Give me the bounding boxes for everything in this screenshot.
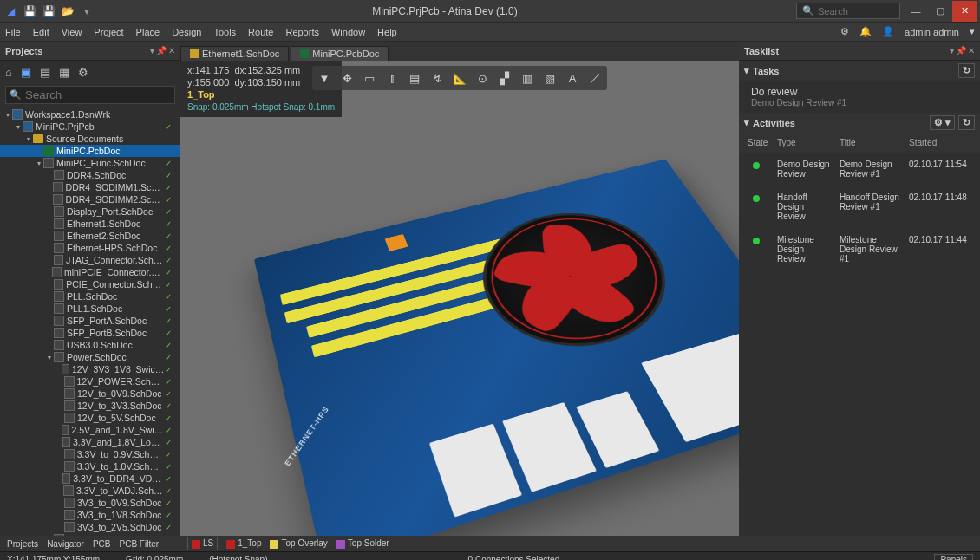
- dropdown-icon[interactable]: ▾: [150, 46, 154, 55]
- tree-item[interactable]: PLL.SchDoc✓: [0, 290, 180, 303]
- tree-item[interactable]: ▾MiniPC_Func.SchDoc✓: [0, 157, 180, 169]
- task-item[interactable]: Do review Demo Design Review #1: [739, 81, 980, 113]
- pcb-3d-view[interactable]: ETHERNET-HPS: [180, 61, 739, 536]
- settings-icon[interactable]: ⚙: [840, 26, 849, 37]
- projects-search-input[interactable]: [25, 88, 164, 101]
- bottom-tab[interactable]: PCB: [93, 539, 111, 549]
- activity-settings-button[interactable]: ⚙ ▾: [930, 115, 955, 130]
- tree-item[interactable]: 3.3V_to_0.9V.SchDoc✓: [0, 448, 180, 460]
- tree-item[interactable]: MiniPC.PcbDoc: [0, 145, 180, 157]
- tree-item[interactable]: ▾Power.SchDoc✓: [0, 351, 180, 363]
- tree-item[interactable]: ▾MiniPC.PrjPcb✓: [0, 120, 180, 133]
- global-search[interactable]: 🔍: [796, 3, 900, 19]
- maximize-button[interactable]: ▢: [928, 1, 952, 22]
- save-icon[interactable]: 💾: [23, 4, 36, 18]
- dropdown-icon[interactable]: ▾: [80, 4, 94, 18]
- tree-item[interactable]: SFP_PortA.SchDoc✓: [0, 315, 180, 327]
- menu-route[interactable]: Route: [248, 27, 273, 37]
- tree-item[interactable]: JTAG_Connector.SchDoc✓: [0, 254, 180, 266]
- move-icon[interactable]: ✥: [337, 68, 356, 88]
- projects-search[interactable]: 🔍: [5, 86, 175, 104]
- menu-tools[interactable]: Tools: [213, 27, 236, 37]
- layer-tab[interactable]: 1_Top: [226, 538, 261, 548]
- dropdown-icon[interactable]: ▾: [950, 46, 954, 55]
- expand-icon[interactable]: ▾: [24, 135, 33, 143]
- layer-tab[interactable]: Top Solder: [336, 538, 389, 548]
- tree-item[interactable]: 3.3V_to_1.0V.SchDoc✓: [0, 460, 180, 472]
- tree-item[interactable]: 3.3V_to_DDR4_VDD.SchDoc✓: [0, 472, 180, 485]
- layers-icon[interactable]: ▤: [405, 68, 424, 88]
- tree-item[interactable]: 3V3_to_2V5.SchDoc✓: [0, 521, 180, 533]
- graph-icon[interactable]: ▞: [495, 68, 514, 88]
- tree-item[interactable]: Ethernet-HPS.SchDoc✓: [0, 242, 180, 254]
- user-icon[interactable]: 👤: [882, 26, 894, 37]
- text-icon[interactable]: A: [563, 68, 582, 88]
- new-project-icon[interactable]: ▣: [21, 66, 31, 79]
- pin-icon[interactable]: 📌: [156, 46, 167, 55]
- compile-icon[interactable]: ▤: [40, 66, 50, 79]
- global-search-input[interactable]: [818, 6, 896, 16]
- chart-icon[interactable]: ▥: [518, 68, 537, 88]
- tree-item[interactable]: Ethernet1.SchDoc✓: [0, 218, 180, 230]
- measure-icon[interactable]: 📐: [450, 68, 469, 88]
- table-row[interactable]: Milestone Design ReviewMilestone Design …: [739, 228, 980, 270]
- tree-item[interactable]: Ethernet2.SchDoc✓: [0, 230, 180, 242]
- gear-icon[interactable]: ⚙: [78, 66, 88, 79]
- document-tab[interactable]: MiniPC.PcbDoc: [291, 46, 389, 61]
- document-tab[interactable]: Ethernet1.SchDoc: [180, 46, 289, 61]
- menu-design[interactable]: Design: [172, 27, 201, 37]
- activity-refresh-button[interactable]: ↻: [958, 115, 975, 130]
- table-row[interactable]: Demo Design ReviewDemo Design Review #10…: [739, 153, 980, 186]
- tree-item[interactable]: ▾Source Documents: [0, 133, 180, 145]
- menu-window[interactable]: Window: [331, 27, 365, 37]
- route-icon[interactable]: ↯: [428, 68, 447, 88]
- tree-item[interactable]: DDR4_SODIMM2.SchDoc✓: [0, 193, 180, 205]
- panel-close-icon[interactable]: ✕: [168, 46, 175, 55]
- tree-item[interactable]: SFP_PortB.SchDoc✓: [0, 327, 180, 339]
- align-icon[interactable]: ⫿: [382, 68, 402, 88]
- save-all-icon[interactable]: 💾: [42, 4, 56, 18]
- drill-icon[interactable]: ⊙: [473, 68, 492, 88]
- tree-item[interactable]: Display_Port.SchDoc✓: [0, 205, 180, 218]
- bottom-tab[interactable]: Navigator: [47, 539, 84, 549]
- menu-view[interactable]: View: [62, 27, 82, 37]
- home-icon[interactable]: ⌂: [5, 66, 12, 79]
- layer-set-button[interactable]: LS: [187, 537, 218, 550]
- user-dropdown-icon[interactable]: ▾: [970, 26, 975, 37]
- expand-icon[interactable]: ▾: [35, 160, 43, 167]
- collapse-icon[interactable]: ▾: [744, 117, 749, 128]
- tree-item[interactable]: DDR4_SODIMM1.SchDoc✓: [0, 181, 180, 193]
- tree-item[interactable]: 12V_to_5V.SchDoc✓: [0, 412, 180, 424]
- tree-item[interactable]: USB3.0.SchDoc✓: [0, 339, 180, 351]
- tree-item[interactable]: 12V_to_0V9.SchDoc✓: [0, 387, 180, 400]
- bottom-tab[interactable]: Projects: [7, 539, 38, 549]
- panel-close-icon[interactable]: ✕: [968, 46, 975, 55]
- expand-icon[interactable]: ▾: [14, 123, 23, 131]
- collapse-icon[interactable]: ▾: [744, 65, 749, 76]
- close-button[interactable]: ✕: [952, 1, 977, 22]
- expand-icon[interactable]: ▾: [45, 354, 54, 361]
- tree-item[interactable]: 3.3V_to_VADJ.SchDoc✓: [0, 485, 180, 497]
- menu-file[interactable]: File: [5, 27, 21, 37]
- pin-icon[interactable]: 📌: [956, 46, 966, 55]
- bottom-tab[interactable]: PCB Filter: [120, 539, 160, 549]
- tree-item[interactable]: miniPCIE_Connector.SchDoc✓: [0, 266, 180, 278]
- add-icon[interactable]: ▦: [59, 66, 69, 79]
- table-row[interactable]: Handoff Design ReviewHandoff Design Revi…: [739, 186, 980, 228]
- refresh-button[interactable]: ↻: [958, 63, 975, 78]
- tree-item[interactable]: 3.3V_and_1.8V_Load.SchDoc✓: [0, 436, 180, 448]
- menu-help[interactable]: Help: [377, 27, 397, 37]
- notifications-icon[interactable]: 🔔: [859, 26, 872, 37]
- menu-edit[interactable]: Edit: [33, 27, 49, 37]
- tree-item[interactable]: ▾Workspace1.DsnWrk: [0, 108, 180, 120]
- tree-item[interactable]: 12V_to_3V3.SchDoc✓: [0, 400, 180, 412]
- menu-place[interactable]: Place: [136, 27, 160, 37]
- tree-item[interactable]: 12V_3V3_1V8_Swiches.SchDoc✓: [0, 363, 180, 375]
- histogram-icon[interactable]: ▧: [540, 68, 559, 88]
- layer-tab[interactable]: Top Overlay: [270, 538, 327, 548]
- tree-item[interactable]: DDR4.SchDoc✓: [0, 169, 180, 181]
- filter-icon[interactable]: ▼: [315, 68, 334, 88]
- tree-item[interactable]: 12V_POWER.SchDoc✓: [0, 375, 180, 387]
- menu-project[interactable]: Project: [94, 27, 123, 37]
- table-header[interactable]: State Type Title Started: [739, 133, 980, 153]
